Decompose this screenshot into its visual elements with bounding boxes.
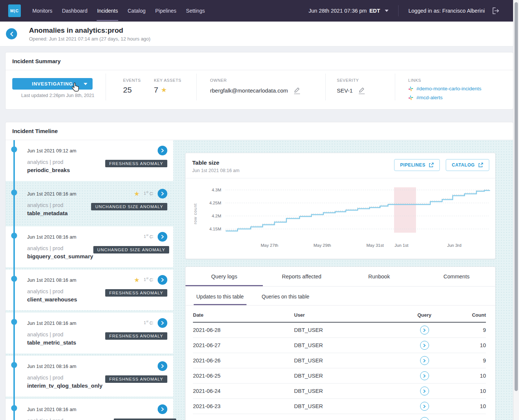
tab-query-logs[interactable]: Query logs — [186, 267, 263, 286]
timeline-item-table-name: bigquery_cost_summary — [27, 253, 93, 259]
query-row-user: DBT_USER — [294, 327, 393, 333]
nav-item-pipelines[interactable]: Pipelines — [155, 1, 177, 21]
top-nav: M|C MonitorsDashboardIncidentsCatalogPip… — [0, 0, 513, 22]
timeline-item[interactable]: Jun 1st 2021 08:16 am1stanalytics | prod… — [6, 226, 173, 267]
table-size-card: Table size Jun 1st 2021 08:16 am PIPELIN… — [185, 153, 496, 259]
back-button[interactable] — [6, 28, 17, 39]
table-row: 2021-06-27DBT_USER10 — [193, 338, 486, 353]
edit-severity-button[interactable] — [359, 87, 365, 94]
y-tick-label: 4.15M — [209, 227, 221, 231]
links-list: #demo-monte-carlo-incidents#mcd-alerts — [408, 86, 513, 100]
anomaly-type-badge: FRESHNESS ANOMALY — [114, 419, 176, 420]
timeline-item[interactable]: Jun 1st 2021 08:16 am1stanalytics | prod… — [6, 313, 173, 353]
query-table-body: 2021-06-28DBT_USER92021-06-27DBT_USER102… — [193, 323, 486, 420]
timeline-item-header: Jun 1st 2021 08:16 am★1st — [27, 189, 167, 198]
timeline-item-body: analytics | prodclient_warehousesFRESHNE… — [27, 288, 167, 303]
timeline-item[interactable]: Jun 1st 2021 08:16 amanalytics | prodint… — [6, 399, 173, 420]
open-query-button[interactable] — [420, 356, 429, 365]
slack-channel-link[interactable]: #mcd-alerts — [416, 95, 443, 100]
edit-owner-button[interactable] — [294, 87, 300, 94]
open-query-button[interactable] — [420, 387, 429, 395]
query-row-query — [393, 402, 456, 411]
caret-down-icon — [84, 83, 87, 85]
open-event-button[interactable] — [158, 318, 167, 328]
timeline-item-body: analytics | prodinterim_tv_templates_dup… — [27, 418, 167, 420]
anomaly-type-badge: UNCHANGED SIZE ANOMALY — [91, 203, 167, 210]
anomaly-type-badge: FRESHNESS ANOMALY — [105, 332, 167, 340]
timeline-item-table-info: analytics | prodinterim_tv_templates_dup… — [27, 418, 114, 420]
open-event-button[interactable] — [158, 275, 167, 285]
tab-runbook[interactable]: Runbook — [341, 267, 418, 286]
timeline-item-dataset: analytics | prod — [27, 159, 70, 165]
nav-datetime: Jun 28th 2021 07:36 pm — [309, 8, 367, 14]
timeline-item[interactable]: Jun 1st 2021 08:16 am★1stanalytics | pro… — [6, 269, 173, 310]
query-row-count: 10 — [456, 342, 486, 348]
subtab-updates-to-this-table[interactable]: Updates to this table — [194, 294, 246, 305]
external-link-icon — [429, 162, 434, 168]
y-tick-label: 4.25M — [209, 201, 221, 205]
open-query-button[interactable] — [420, 371, 429, 380]
nav-item-settings[interactable]: Settings — [186, 1, 205, 21]
timeline-item-body: analytics | prodperiodic_breaksFRESHNESS… — [27, 159, 167, 173]
slack-channel-link[interactable]: #demo-monte-carlo-incidents — [416, 86, 481, 91]
query-row-date: 2021-06-28 — [193, 327, 294, 333]
x-tick-label: May 29th — [313, 243, 331, 248]
open-event-button[interactable] — [158, 189, 167, 198]
open-query-button[interactable] — [420, 341, 429, 350]
subtab-queries-on-this-table[interactable]: Queries on this table — [259, 294, 312, 305]
open-query-button[interactable] — [420, 326, 429, 335]
timeline-item-header: Jun 1st 2021 08:16 am — [27, 404, 167, 414]
chevron-right-icon — [161, 364, 164, 368]
timeline-item-header: Jun 1st 2021 08:16 am — [27, 361, 167, 371]
timeline-item-time: Jun 1st 2021 08:16 am — [27, 364, 76, 369]
open-event-button[interactable] — [158, 361, 167, 371]
y-axis-label: row count — [193, 203, 197, 224]
timeline-item-icons — [158, 361, 167, 371]
query-row-user: DBT_USER — [294, 388, 393, 394]
timeline-item-dataset: analytics | prod — [27, 332, 76, 337]
timeline-item-table-name: periodic_breaks — [27, 167, 70, 173]
query-row-query — [393, 417, 456, 420]
timeline-item-time: Jun 1st 2021 08:16 am — [27, 277, 76, 283]
chevron-right-icon — [423, 344, 426, 347]
timeline-item[interactable]: Jun 1st 2021 09:12 amanalytics | prodper… — [6, 140, 173, 181]
first-event-icon: 1st — [144, 321, 154, 325]
tab-reports-affected[interactable]: Reports affected — [263, 267, 340, 286]
chevron-down-icon — [385, 10, 389, 12]
query-row-count: 10 — [456, 373, 486, 379]
timeline-item[interactable]: Jun 1st 2021 08:16 amanalytics | prodint… — [6, 356, 173, 397]
first-event-icon: 1st — [144, 191, 154, 196]
timeline-item-table-info: analytics | prodinterim_tv_qlog_tables_o… — [27, 375, 103, 389]
open-query-button[interactable] — [420, 417, 429, 420]
first-event-icon: 1st — [144, 278, 154, 282]
nav-item-catalog[interactable]: Catalog — [127, 1, 146, 21]
owner-label: OWNER — [210, 78, 325, 83]
nav-item-incidents[interactable]: Incidents — [97, 1, 118, 21]
chevron-right-icon — [423, 405, 426, 408]
query-row-date: 2021-06-23 — [193, 403, 294, 409]
scrollbar-thumb[interactable] — [515, 2, 518, 391]
pipelines-button[interactable]: PIPELINES — [394, 159, 440, 171]
open-event-button[interactable] — [158, 146, 167, 155]
logout-button[interactable] — [491, 6, 500, 15]
logged-in-label: Logged in as: Francisco Alberini — [408, 8, 485, 14]
catalog-button[interactable]: CATALOG — [446, 159, 489, 171]
monte-carlo-logo[interactable]: M|C — [8, 4, 21, 17]
nav-item-dashboard[interactable]: Dashboard — [62, 1, 88, 21]
query-row-query — [393, 371, 456, 380]
nav-item-monitors[interactable]: Monitors — [32, 1, 53, 21]
open-event-button[interactable] — [158, 232, 167, 242]
event-detail-panel: Table size Jun 1st 2021 08:16 am PIPELIN… — [185, 153, 496, 420]
timeline-item[interactable]: Jun 1st 2021 08:16 am★1stanalytics | pro… — [6, 183, 173, 224]
open-event-button[interactable] — [158, 404, 167, 414]
table-row: 2021-06-25DBT_USER10 — [193, 368, 486, 384]
open-query-button[interactable] — [420, 402, 429, 411]
status-dropdown-button[interactable]: INVESTIGATING — [12, 78, 93, 90]
datetime-selector[interactable]: Jun 28th 2021 07:36 pm EDT — [309, 8, 389, 14]
page-scrollbar[interactable] — [513, 0, 519, 420]
y-tick-label: 4.2M — [212, 214, 221, 218]
timeline-content: Jun 1st 2021 09:12 amanalytics | prodper… — [6, 140, 513, 420]
tab-comments[interactable]: Comments — [418, 267, 495, 286]
table-size-chart: 4.15M4.2M4.25M4.3Mrow countMay 27thMay 2… — [186, 178, 495, 257]
timeline-item-dataset: analytics | prod — [27, 202, 68, 208]
